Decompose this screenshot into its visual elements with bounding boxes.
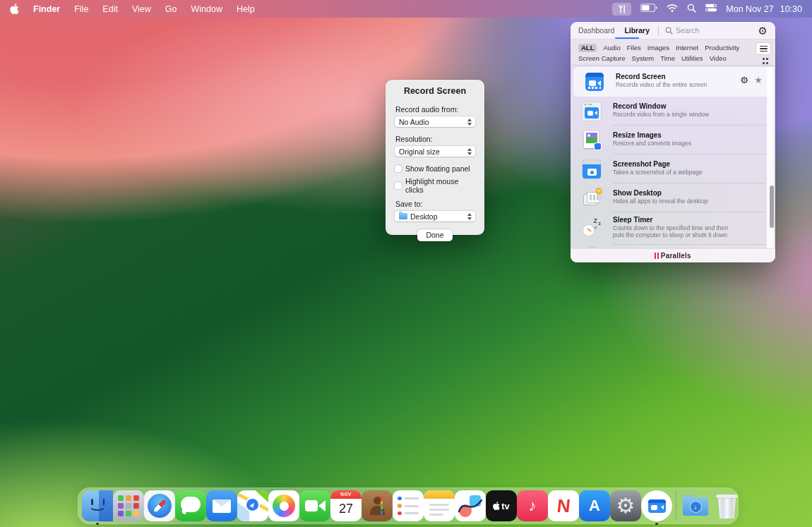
tool-row-show-desktop[interactable]: – Show Desktop Hides all apps to reveal … [571,183,775,212]
sleep-timer-tool-icon: Zzz [583,219,601,238]
panel-settings-gear-icon[interactable]: ⚙ [758,25,768,36]
save-to-label: Save to: [395,200,475,208]
apple-logo-icon [493,502,500,510]
stepper-icon [467,119,472,126]
save-to-select[interactable]: Desktop [395,211,475,222]
dock-icon-finder[interactable] [82,490,113,521]
tool-row-screenshot-page[interactable]: Screenshot Page Takes a screenshot of a … [571,155,775,183]
dock-icon-reminders[interactable] [393,490,424,521]
show-floating-panel-checkbox[interactable] [395,165,402,172]
battery-icon[interactable] [640,4,657,14]
search-field[interactable] [665,26,758,35]
dock-icon-system-settings[interactable]: ⚙ [610,490,641,521]
highlight-mouse-clicks-checkbox[interactable] [395,182,402,189]
calendar-month: NOV [330,490,362,499]
tool-gear-icon[interactable]: ⚙ [740,75,748,85]
menu-item-edit[interactable]: Edit [102,4,118,14]
list-view-button[interactable] [756,43,770,54]
category-screen-capture[interactable]: Screen Capture [578,54,626,62]
dock-icon-news[interactable]: N [548,490,579,521]
show-desktop-tool-icon: – [583,189,601,207]
dock-icon-trash[interactable] [711,490,742,521]
header-divider [658,26,659,35]
grid-view-button[interactable] [763,58,769,64]
dock-separator [676,491,676,521]
dock-icon-facetime[interactable] [299,490,330,521]
resolution-value: Original size [399,147,467,156]
tv-label: tv [501,501,510,511]
tool-row-record-window[interactable]: Record Window Records video from a singl… [571,97,775,126]
screenshot-page-tool-icon [583,160,601,178]
category-all[interactable]: ALL [578,44,597,52]
tool-title: Record Screen [616,73,666,80]
dock-icon-record-screen[interactable] [641,490,672,521]
running-indicator-dot [655,523,658,526]
dock-icon-launchpad[interactable] [113,490,144,521]
menu-item-finder[interactable]: Finder [33,4,60,14]
parallels-toolbox-panel: Dashboard Library ⚙ ALL Audio Files Imag… [571,22,775,262]
category-files[interactable]: Files [627,44,641,52]
audio-source-select[interactable]: No Audio [395,116,475,127]
category-internet[interactable]: Internet [676,44,698,52]
menu-clock[interactable]: Mon Nov 27 10:30 [726,4,802,14]
dock-icon-app-store[interactable]: A [579,490,610,521]
calendar-day: 27 [330,499,362,519]
menu-item-file[interactable]: File [74,4,88,14]
category-time[interactable]: Time [660,54,675,62]
dock: NOV 27 tv ♪ N A ⚙ [78,487,739,524]
menu-item-view[interactable]: View [132,4,151,14]
dock-icon-downloads[interactable]: ↓ [680,490,711,521]
dock-icon-mail[interactable] [206,490,237,521]
spotlight-search-icon[interactable] [687,4,696,15]
tool-row-record-screen[interactable]: Record Screen Records video of the entir… [573,67,772,97]
dock-icon-tv[interactable]: tv [486,490,517,521]
category-video[interactable]: Video [710,54,727,62]
apple-menu-icon[interactable] [10,4,19,14]
tool-star-icon[interactable]: ★ [754,75,763,85]
dock-icon-calendar[interactable]: NOV 27 [330,490,362,521]
dock-icon-freeform[interactable] [455,490,486,521]
category-productivity[interactable]: Productivity [705,44,739,52]
save-to-value: Desktop [410,212,467,221]
dock-icon-music[interactable]: ♪ [517,490,548,521]
tool-desc: Takes a screenshot of a webpage [613,169,739,176]
dock-icon-messages[interactable] [175,490,206,521]
menu-bar: Finder File Edit View Go Window Help Mon… [0,0,812,18]
tab-library[interactable]: Library [624,26,650,35]
record-window-tool-icon [583,102,601,121]
show-floating-panel-label: Show floating panel [405,164,470,173]
music-note-icon: ♪ [529,497,537,515]
dock-icon-contacts[interactable] [362,490,393,521]
parallels-logo-text: Parallels [661,252,691,260]
dock-icon-safari[interactable] [144,490,175,521]
dock-icon-maps[interactable] [237,490,268,521]
active-tab-underline [615,37,639,39]
scrollbar-thumb[interactable] [770,186,774,228]
category-audio[interactable]: Audio [603,44,620,52]
menu-item-window[interactable]: Window [191,4,222,14]
tool-title: Screenshot Page [613,160,670,168]
search-input[interactable] [676,26,746,35]
menu-item-go[interactable]: Go [165,4,177,14]
resize-images-tool-icon [583,131,601,150]
tool-row-sleep-timer[interactable]: Zzz Sleep Timer Counts down to the speci… [571,212,775,245]
control-center-icon[interactable] [705,4,717,14]
tab-dashboard[interactable]: Dashboard [578,26,614,35]
category-system[interactable]: System [632,54,655,62]
menu-item-help[interactable]: Help [237,4,255,14]
tool-title: Sleep Timer [613,216,653,224]
tools-list: Record Screen Records video of the entir… [571,66,775,248]
parallels-toolbox-menu-icon[interactable] [612,3,631,16]
dock-icon-photos[interactable] [268,490,299,521]
tool-title: Show Desktop [613,189,662,197]
dock-icon-notes[interactable] [424,490,455,521]
wifi-icon[interactable] [667,4,678,14]
done-button[interactable]: Done [417,229,452,241]
record-screen-dialog: Record Screen Record audio from: No Audi… [386,80,484,235]
category-utilities[interactable]: Utilities [681,54,703,62]
category-images[interactable]: Images [647,44,669,52]
tool-desc: Records video of the entire screen [616,82,736,89]
resolution-select[interactable]: Original size [395,146,475,157]
tool-row-resize-images[interactable]: Resize Images Resizes and converts image… [571,126,775,155]
download-arrow-icon: ↓ [691,502,701,512]
